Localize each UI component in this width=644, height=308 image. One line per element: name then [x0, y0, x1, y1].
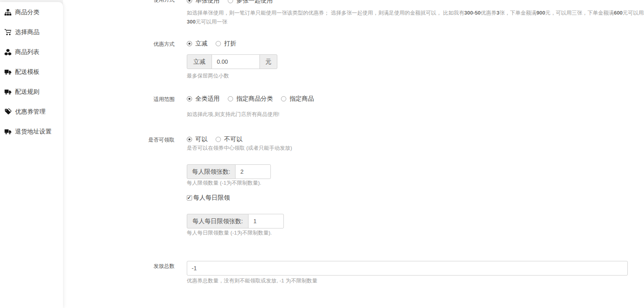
discount-amount-suffix: 元 [259, 54, 277, 69]
sidebar: 商品分类 选择商品 商品列表 配送模板 配送规则 优惠券管理 退 [0, 2, 63, 308]
discount-label: 优惠方式 [126, 40, 175, 48]
sidebar-item-return-address[interactable]: 退货地址设置 [0, 122, 63, 142]
discount-option-percent[interactable]: 打折 [216, 40, 236, 47]
daily-limit-checkbox-row[interactable]: 每人每日限领 [187, 193, 230, 202]
claimable-option-yes-label: 可以 [195, 136, 207, 143]
discount-radio-group: 立减 打折 [187, 39, 236, 48]
scope-radio-product[interactable] [281, 96, 286, 101]
discount-amount-group: 立减 元 [187, 54, 277, 69]
sidebar-item-label: 选择商品 [15, 28, 39, 36]
tags-icon [4, 108, 11, 115]
usage-description-line2: 300元可以用一张 [187, 17, 227, 26]
sidebar-item-label: 退货地址设置 [15, 128, 52, 136]
claimable-label: 是否可领取 [126, 136, 175, 144]
usage-radio-single[interactable] [187, 0, 192, 3]
usage-option-multiple[interactable]: 多张一起使用 [228, 0, 273, 4]
per-person-limit-group: 每人限领张数: [187, 164, 271, 179]
per-person-limit-prefix: 每人限领张数: [187, 164, 236, 179]
truck-icon [4, 69, 11, 75]
per-day-limit-group: 每人每日限领张数: [187, 214, 284, 228]
sidebar-item-delivery-rules[interactable]: 配送规则 [0, 82, 63, 102]
daily-limit-checkbox-label: 每人每日限领 [193, 194, 230, 202]
scope-radio-group: 全类适用 指定商品分类 指定商品 [187, 94, 314, 103]
coupon-edit-form: 使用方式 单张使用 多张一起使用 如选择单张使用，则一笔订单只能使用一张该类型的… [63, 0, 644, 308]
discount-option-reduce[interactable]: 立减 [187, 40, 207, 47]
scope-radio-category[interactable] [228, 96, 233, 101]
sidebar-item-coupon-management[interactable]: 优惠券管理 [0, 102, 63, 122]
discount-option-reduce-label: 立减 [195, 40, 207, 47]
usage-label: 使用方式 [126, 0, 175, 4]
usage-option-multiple-label: 多张一起使用 [236, 0, 273, 4]
scope-option-product-label: 指定商品 [290, 95, 314, 103]
claimable-option-yes[interactable]: 可以 [187, 136, 207, 143]
claimable-option-no[interactable]: 不可以 [216, 136, 242, 143]
cubes-icon [4, 49, 11, 56]
scope-help-text: 如选择此项,则支持此门店所有商品使用! [187, 111, 279, 118]
usage-option-single[interactable]: 单张使用 [187, 0, 220, 4]
discount-amount-prefix: 立减 [187, 54, 212, 69]
claimable-option-no-label: 不可以 [224, 136, 242, 143]
scope-label: 适用范围 [126, 95, 175, 103]
usage-description-line1: 如选择单张使用，则一笔订单只能使用一张该类型的优惠券； 选择多张一起使用，则满足… [187, 9, 644, 17]
usage-radio-group: 单张使用 多张一起使用 [187, 0, 273, 5]
scope-option-category-label: 指定商品分类 [236, 95, 273, 103]
truck-icon [4, 88, 11, 95]
per-day-limit-help: 每人每日限领数量 (-1为不限制数量). [187, 230, 272, 236]
truck-icon [4, 128, 11, 135]
usage-option-single-label: 单张使用 [195, 0, 220, 4]
claimable-radio-group: 可以 不可以 [187, 134, 242, 144]
claimable-radio-no[interactable] [216, 137, 221, 142]
cart-icon [4, 29, 11, 36]
sidebar-item-label: 配送模板 [15, 68, 39, 76]
discount-amount-input[interactable] [212, 54, 260, 69]
sidebar-item-label: 商品分类 [15, 9, 39, 16]
sidebar-item-product-category[interactable]: 商品分类 [0, 2, 63, 22]
claimable-radio-yes[interactable] [187, 137, 192, 142]
discount-help-text: 最多保留两位小数 [187, 73, 229, 79]
total-label: 发放总数 [126, 262, 175, 270]
per-person-limit-input[interactable] [235, 164, 271, 179]
sidebar-item-delivery-template[interactable]: 配送模板 [0, 62, 63, 82]
per-day-limit-prefix: 每人每日限领张数: [187, 214, 249, 228]
usage-radio-multiple[interactable] [228, 0, 233, 3]
total-help-text: 优惠券总数量，没有则不能领取或发放, -1 为不限制数量 [187, 278, 317, 284]
claimable-help-text: 是否可以在领券中心领取 (或者只能手动发放) [187, 145, 292, 151]
daily-limit-checkbox[interactable] [187, 195, 192, 200]
sidebar-item-label: 商品列表 [15, 48, 39, 56]
sitemap-icon [4, 9, 11, 16]
sidebar-item-label: 配送规则 [15, 88, 39, 96]
discount-radio-percent[interactable] [216, 41, 221, 46]
per-person-limit-help: 每人限领数量 (-1为不限制数量). [187, 180, 261, 186]
discount-option-percent-label: 打折 [224, 40, 236, 47]
scope-option-all-label: 全类适用 [195, 95, 220, 103]
scope-option-all[interactable]: 全类适用 [187, 95, 220, 103]
per-day-limit-input[interactable] [248, 214, 284, 228]
discount-radio-reduce[interactable] [187, 41, 192, 46]
scope-radio-all[interactable] [187, 96, 192, 101]
sidebar-item-product-list[interactable]: 商品列表 [0, 42, 63, 62]
scope-option-category[interactable]: 指定商品分类 [228, 95, 273, 103]
sidebar-item-label: 优惠券管理 [15, 108, 45, 116]
total-input[interactable] [187, 261, 628, 276]
scope-option-product[interactable]: 指定商品 [281, 95, 314, 103]
sidebar-item-select-product[interactable]: 选择商品 [0, 22, 63, 42]
